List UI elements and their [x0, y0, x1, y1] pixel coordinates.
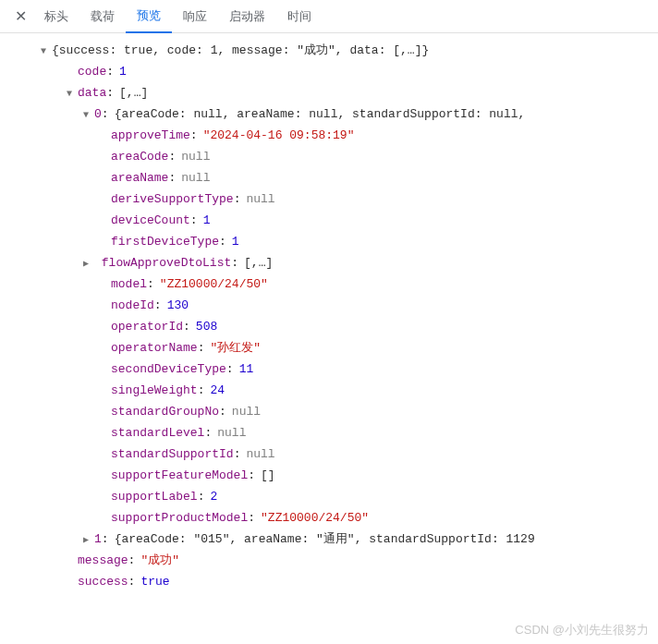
- prop-nodeId[interactable]: ▶nodeId:130: [7, 296, 658, 317]
- tabs-bar: ✕ 标头 载荷 预览 响应 启动器 时间: [0, 0, 658, 33]
- tab-payload[interactable]: 载荷: [79, 0, 126, 33]
- prop-deviceCount[interactable]: ▶deviceCount:1: [7, 211, 658, 232]
- chevron-down-icon[interactable]: ▼: [83, 105, 94, 126]
- prop-singleWeight[interactable]: ▶singleWeight:24: [7, 381, 658, 402]
- tab-response[interactable]: 响应: [172, 0, 218, 33]
- data-item-0[interactable]: ▼ 0:{areaCode: null, areaName: null, sta…: [7, 104, 658, 126]
- prop-message[interactable]: ▶ message:"成功": [7, 551, 658, 572]
- prop-areaCode[interactable]: ▶areaCode:null: [7, 147, 658, 168]
- prop-supportLabel[interactable]: ▶supportLabel:2: [7, 487, 658, 508]
- tab-initiator[interactable]: 启动器: [218, 0, 276, 33]
- prop-standardSupportId[interactable]: ▶standardSupportId:null: [7, 444, 658, 466]
- data-item-1[interactable]: ▶ 1:{areaCode: "015", areaName: "通用", st…: [7, 529, 658, 551]
- root-row[interactable]: ▼ {success: true, code: 1, message: "成功"…: [7, 41, 658, 62]
- prop-supportProductModel[interactable]: ▶supportProductModel:"ZZ10000/24/50": [7, 508, 658, 529]
- prop-firstDeviceType[interactable]: ▶firstDeviceType:1: [7, 232, 658, 253]
- prop-standardGroupNo[interactable]: ▶standardGroupNo:null: [7, 402, 658, 423]
- prop-flowApproveDtoList[interactable]: ▶ flowApproveDtoList:[,…]: [7, 253, 658, 274]
- tab-timing[interactable]: 时间: [276, 0, 323, 33]
- tab-preview[interactable]: 预览: [126, 0, 172, 33]
- chevron-down-icon[interactable]: ▼: [41, 42, 52, 62]
- prop-areaName[interactable]: ▶areaName:null: [7, 168, 658, 189]
- json-preview: ▼ {success: true, code: 1, message: "成功"…: [0, 33, 658, 601]
- prop-code[interactable]: ▶ code:1: [7, 62, 658, 83]
- prop-operatorName[interactable]: ▶operatorName:"孙红发": [7, 338, 658, 359]
- chevron-right-icon[interactable]: ▶: [83, 254, 94, 274]
- prop-model[interactable]: ▶model:"ZZ10000/24/50": [7, 274, 658, 296]
- chevron-right-icon[interactable]: ▶: [83, 530, 94, 551]
- prop-operatorId[interactable]: ▶operatorId:508: [7, 317, 658, 338]
- prop-approveTime[interactable]: ▶approveTime:"2024-04-16 09:58:19": [7, 126, 658, 147]
- prop-secondDeviceType[interactable]: ▶secondDeviceType:11: [7, 359, 658, 381]
- prop-success[interactable]: ▶ success:true: [7, 572, 658, 593]
- chevron-down-icon[interactable]: ▼: [67, 84, 78, 104]
- prop-data[interactable]: ▼ data:[,…]: [7, 83, 658, 104]
- close-icon[interactable]: ✕: [7, 7, 33, 25]
- prop-standardLevel[interactable]: ▶standardLevel:null: [7, 423, 658, 444]
- prop-supportFeatureModel[interactable]: ▶supportFeatureModel:[]: [7, 466, 658, 487]
- prop-deriveSupportType[interactable]: ▶deriveSupportType:null: [7, 189, 658, 211]
- tab-headers[interactable]: 标头: [33, 0, 79, 33]
- root-summary: {success: true, code: 1, message: "成功", …: [52, 41, 429, 61]
